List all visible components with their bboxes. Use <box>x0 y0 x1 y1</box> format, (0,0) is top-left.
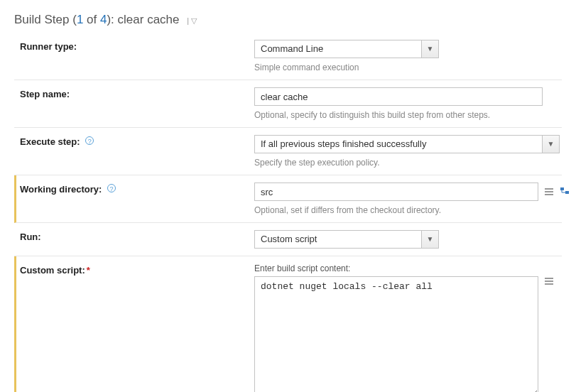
list-icon[interactable] <box>544 276 554 286</box>
chevron-down-icon: ▼ <box>421 40 438 58</box>
row-execute-step: Execute step: ? If all previous steps fi… <box>14 128 562 175</box>
svg-rect-1 <box>545 191 553 192</box>
required-icon: * <box>87 265 90 276</box>
chevron-down-icon: ▼ <box>421 231 438 248</box>
working-directory-hint: Optional, set if differs from the checko… <box>254 205 570 215</box>
svg-rect-2 <box>545 194 553 195</box>
row-runner-type: Runner type: Command Line ▼ Simple comma… <box>14 33 562 80</box>
step-name-hint: Optional, specify to distinguish this bu… <box>254 110 562 120</box>
runner-type-hint: Simple command execution <box>254 62 562 72</box>
svg-rect-7 <box>545 283 553 285</box>
run-value: Custom script <box>261 234 317 244</box>
page-title: Build Step (1 of 4): clear cache | ▽ <box>14 13 562 27</box>
svg-rect-5 <box>545 278 553 279</box>
execute-step-select[interactable]: If all previous steps finished successfu… <box>254 135 560 153</box>
step-title-name: clear cache <box>118 13 180 26</box>
list-icon[interactable] <box>544 187 554 197</box>
custom-script-above-hint: Enter build script content: <box>254 263 562 273</box>
svg-rect-6 <box>545 281 553 282</box>
chevron-down-icon: ▼ <box>542 136 559 153</box>
help-icon[interactable]: ? <box>107 184 116 192</box>
run-select[interactable]: Custom script ▼ <box>254 230 439 249</box>
row-working-directory: Working directory: ? Optional, set if di… <box>14 175 562 223</box>
tree-icon[interactable] <box>560 187 570 197</box>
svg-rect-3 <box>560 187 564 190</box>
custom-script-label: Custom script: <box>20 265 85 276</box>
run-label: Run: <box>20 230 254 242</box>
svg-rect-4 <box>565 191 569 194</box>
step-name-input[interactable] <box>254 87 543 106</box>
runner-type-label: Runner type: <box>20 40 254 52</box>
row-step-name: Step name: Optional, specify to distingu… <box>14 80 562 128</box>
working-directory-label: Working directory: <box>20 184 102 195</box>
title-suffix: ): <box>107 13 117 26</box>
row-custom-script: Custom script:* Enter build script conte… <box>14 256 562 392</box>
execute-step-value: If all previous steps finished successfu… <box>261 138 426 149</box>
execute-step-label: Execute step: <box>20 136 80 147</box>
title-prefix: Build Step ( <box>14 13 77 26</box>
custom-script-textarea[interactable] <box>254 276 538 392</box>
title-of: of <box>83 13 100 26</box>
runner-type-value: Command Line <box>261 43 323 54</box>
working-directory-input[interactable] <box>254 183 538 201</box>
step-current: 1 <box>77 13 83 26</box>
step-name-label: Step name: <box>20 87 254 99</box>
title-dropdown-icon[interactable]: | ▽ <box>187 16 197 25</box>
help-icon[interactable]: ? <box>85 136 94 145</box>
svg-rect-0 <box>545 188 553 190</box>
row-run: Run: Custom script ▼ <box>14 223 562 256</box>
runner-type-select[interactable]: Command Line ▼ <box>254 40 439 58</box>
execute-step-hint: Specify the step execution policy. <box>254 158 562 168</box>
